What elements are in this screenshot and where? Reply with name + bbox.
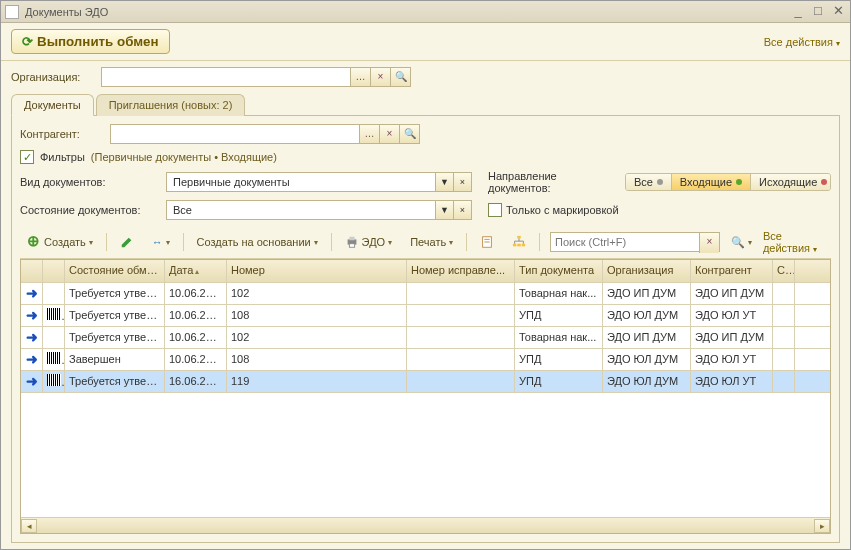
search-box: × (550, 232, 720, 252)
list-toolbar: ⊕ Создать ▾ ↔ ▾ Создать на основании ▾ (20, 226, 831, 259)
table-body: ➜Требуется утвер...10.06.2020102Товарная… (21, 283, 830, 517)
cell-date: 10.06.2020 (165, 349, 227, 370)
filters-checkbox[interactable]: ✓ (20, 150, 34, 164)
chevron-down-icon[interactable]: ▼ (436, 172, 454, 192)
close-button[interactable]: ✕ (830, 4, 846, 20)
col-contragent[interactable]: Контрагент (691, 260, 773, 282)
filters-row: ✓ Фильтры (Первичные документы • Входящи… (20, 150, 831, 164)
hierarchy-button[interactable] (505, 232, 533, 252)
barcode-icon (47, 374, 61, 386)
chevron-down-icon: ▾ (449, 238, 453, 247)
org-label: Организация: (11, 71, 101, 83)
cell-org: ЭДО ИП ДУМ (603, 327, 691, 348)
direction-all[interactable]: Все (626, 174, 671, 190)
col-org[interactable]: Организация (603, 260, 691, 282)
tab-invitations[interactable]: Приглашения (новых: 2) (96, 94, 246, 116)
separator (106, 233, 107, 251)
contragent-ellipsis-button[interactable]: … (360, 124, 380, 144)
direction-outgoing[interactable]: Исходящие (750, 174, 831, 190)
col-sum[interactable]: Су (773, 260, 795, 282)
report-button[interactable] (473, 232, 501, 252)
cell-correction (407, 305, 515, 326)
col-date[interactable]: Дата▴ (165, 260, 227, 282)
svg-rect-8 (517, 244, 521, 247)
perform-exchange-button[interactable]: ⟳ Выполнить обмен (11, 29, 170, 54)
chevron-down-icon: ▾ (166, 238, 170, 247)
filters-summary: (Первичные документы • Входящие) (91, 151, 277, 163)
org-search-button[interactable]: 🔍 (391, 67, 411, 87)
maximize-button[interactable]: □ (810, 4, 826, 20)
col-correction[interactable]: Номер исправле... (407, 260, 515, 282)
search-input[interactable] (551, 233, 699, 251)
org-input[interactable] (101, 67, 351, 87)
org-input-combo: … × 🔍 (101, 67, 411, 87)
dot-icon (736, 179, 742, 185)
edit-button[interactable] (113, 232, 141, 252)
print-button[interactable]: Печать ▾ (403, 233, 460, 251)
table-row[interactable]: ➜Требуется утвер...10.06.2020102Товарная… (21, 283, 830, 305)
create-based-button[interactable]: Создать на основании ▾ (190, 233, 325, 251)
perform-exchange-label: Выполнить обмен (37, 34, 159, 49)
direction-segment: Все Входящие Исходящие (625, 173, 831, 191)
org-ellipsis-button[interactable]: … (351, 67, 371, 87)
cell-state: Завершен (65, 349, 165, 370)
dot-icon (657, 179, 663, 185)
svg-rect-6 (517, 236, 521, 239)
h-scrollbar[interactable]: ◂ ▸ (21, 517, 830, 533)
cell-correction (407, 327, 515, 348)
doctype-select[interactable]: Первичные документы ▼ × (166, 172, 472, 192)
cell-type: Товарная нак... (515, 327, 603, 348)
create-button[interactable]: ⊕ Создать ▾ (20, 232, 100, 252)
edo-button[interactable]: ЭДО ▾ (338, 232, 400, 252)
chevron-down-icon: ▾ (836, 39, 840, 48)
col-state[interactable]: Состояние обмена (65, 260, 165, 282)
cell-contragent: ЭДО ЮЛ УТ (691, 305, 773, 326)
cell-date: 10.06.2020 (165, 327, 227, 348)
col-barcode[interactable] (43, 260, 65, 282)
docstate-clear-button[interactable]: × (454, 200, 472, 220)
separator (466, 233, 467, 251)
contragent-input[interactable] (110, 124, 360, 144)
titlebar: Документы ЭДО _ □ ✕ (1, 1, 850, 23)
cell-type: Товарная нак... (515, 283, 603, 304)
tab-documents[interactable]: Документы (11, 94, 94, 116)
document-icon (5, 5, 19, 19)
contragent-search-button[interactable]: 🔍 (400, 124, 420, 144)
scroll-left-button[interactable]: ◂ (21, 519, 37, 533)
docstate-select[interactable]: Все ▼ × (166, 200, 472, 220)
refresh-button[interactable]: ↔ ▾ (145, 233, 177, 251)
search-icon: 🔍 (731, 236, 745, 249)
cell-contragent: ЭДО ИП ДУМ (691, 283, 773, 304)
marking-only-checkbox[interactable]: ✓ (488, 203, 502, 217)
barcode-icon (47, 308, 61, 320)
cell-sum (773, 327, 795, 348)
chevron-down-icon[interactable]: ▼ (436, 200, 454, 220)
direction-incoming[interactable]: Входящие (671, 174, 750, 190)
direction-label: Направление документов: (488, 170, 619, 194)
plus-icon: ⊕ (27, 235, 41, 249)
doctype-clear-button[interactable]: × (454, 172, 472, 192)
col-number[interactable]: Номер (227, 260, 407, 282)
col-doctype[interactable]: Тип документа (515, 260, 603, 282)
cell-state: Требуется утвер... (65, 327, 165, 348)
all-actions-top[interactable]: Все действия ▾ (764, 36, 840, 48)
all-actions-list[interactable]: Все действия ▾ (763, 230, 831, 254)
cell-number: 102 (227, 283, 407, 304)
cell-type: УПД (515, 305, 603, 326)
table-row[interactable]: ➜Требуется утвер...16.06.2020119УПДЭДО Ю… (21, 371, 830, 393)
scroll-right-button[interactable]: ▸ (814, 519, 830, 533)
table-row[interactable]: ➜Требуется утвер...10.06.2020108УПДЭДО Ю… (21, 305, 830, 327)
col-indicator[interactable] (21, 260, 43, 282)
cell-date: 10.06.2020 (165, 283, 227, 304)
cell-org: ЭДО ЮЛ ДУМ (603, 349, 691, 370)
chevron-down-icon: ▾ (89, 238, 93, 247)
search-clear-button[interactable]: × (699, 233, 719, 253)
table-row[interactable]: ➜Завершен10.06.2020108УПДЭДО ЮЛ ДУМЭДО Ю… (21, 349, 830, 371)
minimize-button[interactable]: _ (790, 4, 806, 20)
contragent-clear-button[interactable]: × (380, 124, 400, 144)
cell-number: 108 (227, 349, 407, 370)
find-button[interactable]: 🔍 ▾ (724, 233, 759, 252)
table-row[interactable]: ➜Требуется утвер...10.06.2020102Товарная… (21, 327, 830, 349)
svg-rect-7 (513, 244, 517, 247)
org-clear-button[interactable]: × (371, 67, 391, 87)
